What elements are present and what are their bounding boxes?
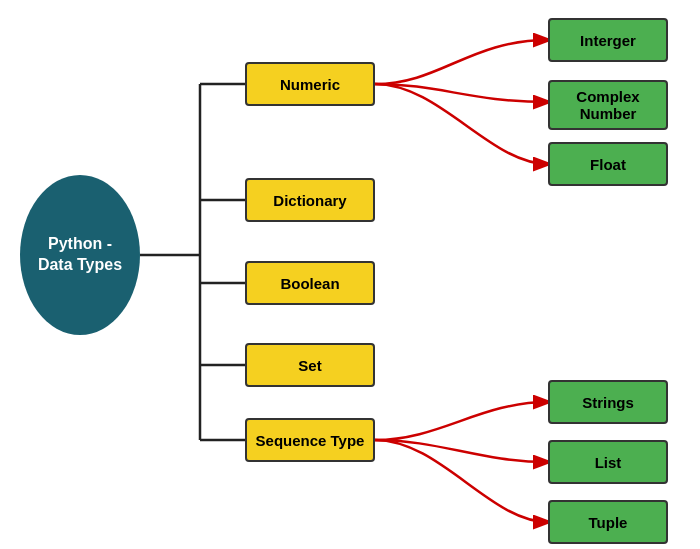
list-label: List	[595, 454, 622, 471]
integer-node: Interger	[548, 18, 668, 62]
dictionary-node: Dictionary	[245, 178, 375, 222]
root-label: Python - Data Types	[30, 234, 130, 276]
list-node: List	[548, 440, 668, 484]
numeric-node: Numeric	[245, 62, 375, 106]
sequence-node: Sequence Type	[245, 418, 375, 462]
numeric-label: Numeric	[280, 76, 340, 93]
tuple-node: Tuple	[548, 500, 668, 544]
boolean-label: Boolean	[280, 275, 339, 292]
float-node: Float	[548, 142, 668, 186]
float-label: Float	[590, 156, 626, 173]
complex-node: Complex Number	[548, 80, 668, 130]
integer-label: Interger	[580, 32, 636, 49]
root-node: Python - Data Types	[20, 175, 140, 335]
tuple-label: Tuple	[589, 514, 628, 531]
strings-label: Strings	[582, 394, 634, 411]
sequence-label: Sequence Type	[256, 432, 365, 449]
strings-node: Strings	[548, 380, 668, 424]
diagram: Python - Data Types Numeric Dictionary B…	[0, 0, 700, 549]
set-node: Set	[245, 343, 375, 387]
boolean-node: Boolean	[245, 261, 375, 305]
set-label: Set	[298, 357, 321, 374]
dictionary-label: Dictionary	[273, 192, 346, 209]
complex-label: Complex Number	[558, 88, 658, 122]
